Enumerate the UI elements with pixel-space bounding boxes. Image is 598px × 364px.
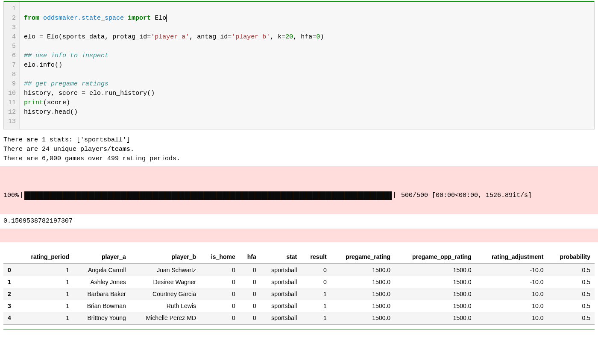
progress-percent: 100% [3,190,19,201]
table-cell: 10.0 [476,312,548,324]
table-cell: Desiree Wagner [130,276,200,288]
table-cell: Michelle Perez MD [130,312,200,324]
table-cell: 1 [18,288,73,300]
table-cell: sportsball [261,312,302,324]
table-cell: 0.5 [548,276,595,288]
table-cell: Brittney Young [73,312,130,324]
table-cell: 1500.0 [395,264,475,276]
table-cell: 0 [200,264,240,276]
col-header: result [301,250,331,264]
table-cell: sportsball [261,300,302,312]
col-header: pregame_opp_rating [395,250,475,264]
table-cell: 1500.0 [395,276,475,288]
table-cell: 1500.0 [331,300,395,312]
code-content[interactable]: from oddsmaker.state_space import Elo el… [20,2,594,129]
line-number: 4 [8,32,16,42]
code-cell[interactable]: 1 2 3 4 5 6 7 8 9 10 11 12 13 from oddsm… [3,1,595,129]
row-index: 4 [3,312,18,324]
index-header [3,250,18,264]
table-cell: 1 [301,288,331,300]
table-cell: 10.0 [476,300,548,312]
table-cell: 1500.0 [395,312,475,324]
progress-bar [24,191,392,200]
row-index: 2 [3,288,18,300]
line-number: 3 [8,23,16,32]
table-cell: 0 [200,300,240,312]
table-cell: 0.5 [548,264,595,276]
line-number: 8 [8,70,16,79]
output-line: There are 6,000 games over 499 rating pe… [3,154,595,164]
table-cell: Angela Carroll [73,264,130,276]
table-cell: 1500.0 [331,312,395,324]
table-cell: 1 [18,312,73,324]
table-cell: 0.5 [548,300,595,312]
table-row: 11Ashley JonesDesiree Wagner00sportsball… [3,276,595,288]
table-cell: Barbara Baker [73,288,130,300]
dataframe-output: rating_period player_a player_b is_home … [3,250,595,325]
table-cell: -10.0 [476,264,548,276]
cell-separator [3,329,595,330]
table-cell: 0 [200,312,240,324]
col-header: rating_period [18,250,73,264]
col-header: is_home [200,250,240,264]
table-cell: sportsball [261,276,302,288]
table-cell: Brian Bowman [73,300,130,312]
line-number: 10 [8,89,16,98]
table-cell: Courtney Garcia [130,288,200,300]
code-editor[interactable]: 1 2 3 4 5 6 7 8 9 10 11 12 13 from oddsm… [4,2,594,129]
line-number: 11 [8,98,16,108]
table-cell: 1500.0 [331,288,395,300]
table-cell: Juan Schwartz [130,264,200,276]
line-number: 6 [8,51,16,61]
col-header: pregame_rating [331,250,395,264]
table-cell: Ashley Jones [73,276,130,288]
line-number-gutter: 1 2 3 4 5 6 7 8 9 10 11 12 13 [4,2,20,129]
col-header: stat [261,250,302,264]
table-cell: 1 [18,276,73,288]
table-cell: 10.0 [476,288,548,300]
table-cell: sportsball [261,264,302,276]
table-cell: 0.5 [548,288,595,300]
table-cell: 0.5 [548,312,595,324]
row-index: 3 [3,300,18,312]
line-number: 12 [8,108,16,117]
table-cell: 0 [200,288,240,300]
stdout-score: 0.1509538782197307 [3,217,595,226]
table-cell: 1 [301,312,331,324]
table-cell: 1 [301,300,331,312]
table-cell: 0 [240,300,261,312]
table-cell: 0 [301,276,331,288]
col-header: probability [548,250,595,264]
table-cell: sportsball [261,288,302,300]
table-cell: 1 [18,300,73,312]
dataframe-table: rating_period player_a player_b is_home … [3,250,595,325]
table-cell: 1500.0 [395,300,475,312]
row-index: 0 [3,264,18,276]
table-header: rating_period player_a player_b is_home … [3,250,595,264]
line-number: 2 [8,14,16,23]
table-row: 21Barbara BakerCourtney Garcia00sportsba… [3,288,595,300]
line-number: 13 [8,117,16,126]
table-cell: 1 [18,264,73,276]
row-index: 1 [3,276,18,288]
table-cell: 0 [240,312,261,324]
table-cell: 1500.0 [331,264,395,276]
table-body: 01Angela CarrollJuan Schwartz00sportsbal… [3,264,595,325]
stdout-info: There are 1 stats: ['sportsball'] There … [3,135,595,164]
table-cell: 0 [200,276,240,288]
line-number: 1 [8,4,16,14]
table-row: 41Brittney YoungMichelle Perez MD00sport… [3,312,595,324]
table-row: 01Angela CarrollJuan Schwartz00sportsbal… [3,264,595,276]
line-number: 7 [8,61,16,70]
table-row: 31Brian BowmanRuth Lewis00sportsball1150… [3,300,595,312]
table-cell: 1500.0 [331,276,395,288]
score-value: 0.1509538782197307 [3,217,595,226]
table-cell: Ruth Lewis [130,300,200,312]
table-cell: 0 [301,264,331,276]
line-number: 9 [8,79,16,89]
table-cell: 0 [240,264,261,276]
table-cell: -10.0 [476,276,548,288]
output-line: There are 24 unique players/teams. [3,145,595,154]
output-line: There are 1 stats: ['sportsball'] [3,135,595,145]
col-header: hfa [240,250,261,264]
